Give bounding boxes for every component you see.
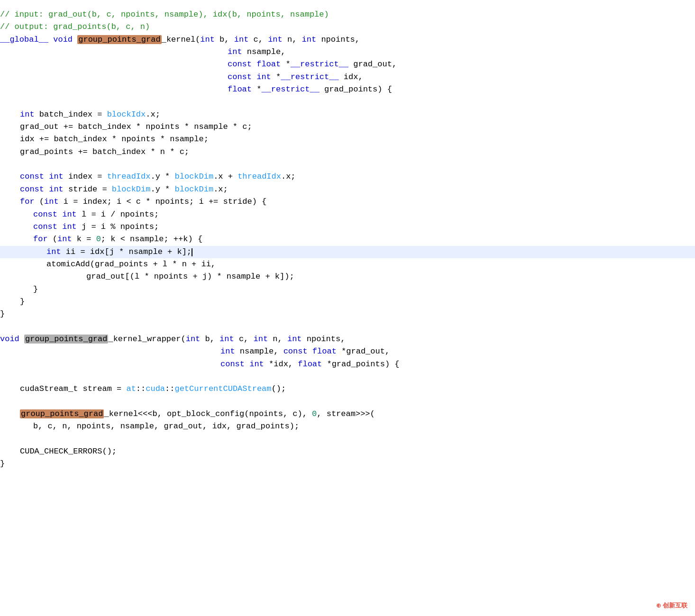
- code-line: group_points_grad_kernel<<<b, opt_block_…: [0, 408, 695, 420]
- code-line: void group_points_grad_kernel_wrapper(in…: [0, 333, 695, 345]
- code-text: int batch_index = blockIdx.x;: [20, 109, 160, 121]
- code-line: }: [0, 308, 695, 320]
- code-line: b, c, n, npoints, nsample, grad_out, idx…: [0, 420, 695, 433]
- code-text: grad_out += batch_index * npoints * nsam…: [20, 121, 252, 133]
- code-line: grad_out[(l * npoints + j) * nsample + k…: [0, 271, 695, 283]
- logo: ⊕ 创新互联: [656, 601, 687, 610]
- code-line: [0, 96, 695, 108]
- code-text: const int j = i % npoints;: [33, 221, 159, 233]
- code-text: int ii = idx[j * nsample + k];: [46, 246, 192, 258]
- code-line: // output: grad_points(b, c, n): [0, 21, 695, 33]
- code-line: CUDA_CHECK_ERRORS();: [0, 445, 695, 458]
- code-text: int nsample,: [228, 46, 285, 58]
- code-line: idx += batch_index * npoints * nsample;: [0, 133, 695, 145]
- code-text: [0, 396, 5, 408]
- code-text: const int *idx, float *grad_points) {: [220, 358, 400, 371]
- code-line: int nsample, const float *grad_out,: [0, 345, 695, 358]
- code-text: grad_out[(l * npoints + j) * nsample + k…: [86, 271, 294, 283]
- code-text: int nsample, const float *grad_out,: [220, 345, 390, 358]
- code-text: float *__restrict__ grad_points) {: [228, 83, 392, 96]
- code-container: // input: grad_out(b, c, npoints, nsampl…: [0, 0, 695, 616]
- code-text: atomicAdd(grad_points + l * n + ii,: [46, 258, 216, 271]
- code-line: [0, 396, 695, 408]
- code-line: int ii = idx[j * nsample + k];: [0, 246, 695, 258]
- code-line: const int *__restrict__ idx,: [0, 71, 695, 83]
- code-text: const float *__restrict__ grad_out,: [228, 58, 397, 71]
- code-text: [0, 321, 5, 333]
- code-text: CUDA_CHECK_ERRORS();: [20, 445, 117, 458]
- code-text: for (int k = 0; k < nsample; ++k) {: [33, 233, 202, 245]
- code-text: [0, 96, 5, 108]
- code-text: void group_points_grad_kernel_wrapper(in…: [0, 333, 345, 345]
- code-text: }: [20, 296, 25, 308]
- code-line: [0, 433, 695, 445]
- code-text: }: [0, 458, 5, 470]
- code-line: grad_out += batch_index * npoints * nsam…: [0, 121, 695, 133]
- code-text: }: [0, 308, 5, 320]
- code-line: [0, 371, 695, 383]
- code-text: const int *__restrict__ idx,: [228, 71, 363, 83]
- code-line: const int *idx, float *grad_points) {: [0, 358, 695, 371]
- code-line: cudaStream_t stream = at::cuda::getCurre…: [0, 383, 695, 395]
- code-line: // input: grad_out(b, c, npoints, nsampl…: [0, 9, 695, 21]
- code-line: for (int k = 0; k < nsample; ++k) {: [0, 233, 695, 245]
- code-text: cudaStream_t stream = at::cuda::getCurre…: [20, 383, 286, 395]
- code-line: const int j = i % npoints;: [0, 221, 695, 233]
- code-text: [0, 433, 5, 445]
- code-line: int nsample,: [0, 46, 695, 58]
- code-text: b, c, n, npoints, nsample, grad_out, idx…: [33, 420, 299, 433]
- code-line: const int l = i / npoints;: [0, 208, 695, 221]
- code-text: [0, 158, 5, 171]
- code-text: group_points_grad_kernel<<<b, opt_block_…: [20, 408, 375, 420]
- code-line: const int stride = blockDim.y * blockDim…: [0, 183, 695, 196]
- code-text: const int index = threadIdx.y * blockDim…: [20, 171, 296, 183]
- code-text: [0, 371, 5, 383]
- code-line: const float *__restrict__ grad_out,: [0, 58, 695, 71]
- code-text: const int l = i / npoints;: [33, 208, 159, 221]
- code-line: for (int i = index; i < c * npoints; i +…: [0, 196, 695, 208]
- code-text: }: [33, 283, 38, 296]
- code-line: __global__ void group_points_grad_kernel…: [0, 34, 695, 46]
- code-line: [0, 321, 695, 333]
- code-line: const int index = threadIdx.y * blockDim…: [0, 171, 695, 183]
- code-text: // output: grad_points(b, c, n): [0, 21, 150, 33]
- code-text: __global__ void group_points_grad_kernel…: [0, 34, 360, 46]
- code-line: }: [0, 458, 695, 470]
- code-line: grad_points += batch_index * n * c;: [0, 146, 695, 158]
- code-line: }: [0, 283, 695, 296]
- code-text: // input: grad_out(b, c, npoints, nsampl…: [0, 9, 329, 21]
- code-text: idx += batch_index * npoints * nsample;: [20, 133, 209, 145]
- code-text: for (int i = index; i < c * npoints; i +…: [20, 196, 266, 208]
- code-line: [0, 158, 695, 171]
- code-line: }: [0, 296, 695, 308]
- code-text: const int stride = blockDim.y * blockDim…: [20, 183, 228, 196]
- code-line: float *__restrict__ grad_points) {: [0, 83, 695, 96]
- code-line: atomicAdd(grad_points + l * n + ii,: [0, 258, 695, 271]
- code-line: int batch_index = blockIdx.x;: [0, 109, 695, 121]
- code-text: grad_points += batch_index * n * c;: [20, 146, 189, 158]
